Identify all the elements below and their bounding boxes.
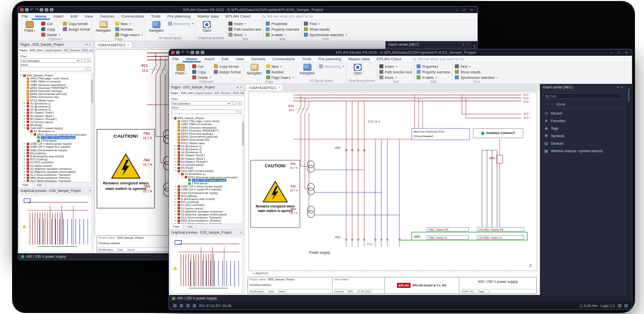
move-button[interactable]: Move▾ bbox=[228, 32, 261, 37]
layout-space-navigator-button[interactable]: Navigator bbox=[147, 21, 166, 32]
open-project-icon[interactable] bbox=[196, 51, 199, 54]
expand-arrow-icon[interactable]: ▸ bbox=[23, 152, 26, 155]
expand-arrow-icon[interactable]: ▸ bbox=[23, 161, 26, 164]
scrollbar-thumb[interactable] bbox=[242, 122, 244, 146]
synchronize-selection-button[interactable]: Synchronize selection▾ bbox=[455, 75, 498, 80]
filter-clear-button[interactable]: × bbox=[237, 101, 242, 106]
expand-arrow-icon[interactable]: ▾ bbox=[23, 127, 26, 130]
tree-item[interactable]: ▸ GL2 (Work workpiece: Transport) bbox=[19, 179, 93, 182]
find-button[interactable]: Find▾ bbox=[304, 21, 347, 26]
tree-scrollbar[interactable] bbox=[242, 116, 244, 224]
tree-list-tab[interactable]: Tree bbox=[18, 182, 33, 187]
property-overview-button[interactable]: Property overview bbox=[417, 69, 450, 74]
expand-arrow-icon[interactable]: ▾ bbox=[171, 117, 173, 120]
eplan-window-foreground[interactable]: ↶ ↷ EPLAN Electric P8 2023 - E:\EPLAN\Da… bbox=[169, 49, 632, 310]
settings-icon[interactable] bbox=[50, 8, 53, 12]
show-results-button[interactable]: Show results bbox=[304, 27, 347, 32]
ribbon-tab[interactable]: Pre-planning bbox=[164, 13, 194, 20]
expand-arrow-icon[interactable]: ▾ bbox=[20, 74, 22, 77]
home-breadcrumb[interactable]: Home bbox=[556, 102, 566, 106]
expand-arrow-icon[interactable]: ▸ bbox=[23, 155, 26, 158]
expand-arrow-icon[interactable]: ▸ bbox=[23, 173, 26, 176]
print-icon[interactable] bbox=[40, 8, 43, 12]
value-browse-button[interactable]: … bbox=[237, 110, 242, 114]
expand-arrow-icon[interactable]: ▸ bbox=[174, 213, 177, 216]
ribbon-tab[interactable]: EPLAN Cloud bbox=[222, 13, 254, 20]
pin-icon[interactable]: ▾ bbox=[236, 85, 238, 89]
paste-button[interactable]: Paste▾ bbox=[21, 21, 39, 33]
print-icon[interactable] bbox=[191, 51, 194, 54]
expand-arrow-icon[interactable]: ▸ bbox=[23, 121, 26, 124]
expand-arrow-icon[interactable]: ▸ bbox=[174, 194, 177, 197]
insert-center-item[interactable]: ❖ Symbols bbox=[540, 132, 625, 140]
ribbon-tab[interactable]: File bbox=[169, 56, 183, 62]
panel-tab[interactable]: Pages - ESS_Sample_P... bbox=[169, 90, 194, 95]
ribbon-tab[interactable]: Connections bbox=[269, 56, 298, 62]
tree-item[interactable]: ▸ GL2 (Work workpiece: Transport) bbox=[170, 222, 244, 224]
ribbon-tab[interactable]: EPLAN Cloud bbox=[373, 56, 405, 62]
tree-list-tab[interactable]: List bbox=[184, 224, 197, 229]
forward-arrow-icon[interactable]: › bbox=[547, 102, 549, 107]
close-icon[interactable]: × bbox=[466, 43, 468, 46]
new-page-button[interactable]: New▾ bbox=[266, 64, 294, 69]
paste-button[interactable]: Paste▾ bbox=[172, 64, 190, 75]
expand-arrow-icon[interactable]: ▸ bbox=[23, 179, 26, 182]
ribbon-tab[interactable]: Devices bbox=[97, 13, 118, 20]
filter-clear-button[interactable]: × bbox=[87, 58, 91, 63]
close-icon[interactable]: × bbox=[240, 231, 242, 234]
window-titlebar[interactable]: ↶ ↷ EPLAN Electric P8 2023 - E:\EPLAN\Da… bbox=[18, 7, 477, 13]
insert-center-search[interactable]: Find bbox=[543, 93, 623, 99]
grid-toggle-icon[interactable] bbox=[173, 304, 177, 307]
expand-arrow-icon[interactable]: ▸ bbox=[174, 151, 177, 154]
properties-button[interactable]: Properties bbox=[266, 21, 299, 26]
page-navigator-button[interactable]: Navigator bbox=[95, 21, 113, 32]
in-table-button[interactable]: In table▾ bbox=[266, 32, 299, 37]
expand-arrow-icon[interactable]: ▸ bbox=[23, 124, 26, 127]
scrollbar-thumb[interactable] bbox=[91, 79, 93, 103]
pin-icon[interactable]: ▾ bbox=[86, 43, 88, 47]
expand-arrow-icon[interactable]: ▸ bbox=[174, 191, 177, 194]
move-button[interactable]: Move▾ bbox=[379, 75, 412, 80]
filter-edit-button[interactable]: … bbox=[232, 101, 236, 106]
minimize-button[interactable]: – bbox=[453, 7, 460, 13]
close-button[interactable]: × bbox=[468, 7, 475, 13]
property-overview-button[interactable]: Property overview bbox=[266, 27, 299, 32]
expand-arrow-icon[interactable]: ▸ bbox=[174, 163, 177, 166]
insert-text-button[interactable]: Insert▾ bbox=[228, 21, 261, 26]
page-macro-button[interactable]: Page macro▾ bbox=[266, 75, 294, 80]
expand-arrow-icon[interactable]: ▸ bbox=[174, 207, 177, 210]
insert-center-item[interactable]: ◈ Tags bbox=[540, 125, 625, 132]
expand-arrow-icon[interactable]: ▾ bbox=[30, 133, 33, 136]
filter-dropdown[interactable]: Not activated ▾ bbox=[171, 101, 231, 106]
expand-arrow-icon[interactable]: ▸ bbox=[174, 222, 177, 224]
close-icon[interactable]: × bbox=[278, 86, 280, 89]
cut-button[interactable]: Cut bbox=[41, 21, 60, 26]
expand-arrow-icon[interactable]: ▸ bbox=[23, 167, 26, 170]
schematic-editor[interactable]: CAUTION! Remains energized when main swi… bbox=[245, 91, 540, 295]
ribbon-tab[interactable]: Master data bbox=[345, 56, 373, 62]
ribbon-tab[interactable]: Insert bbox=[201, 56, 218, 62]
show-results-button[interactable]: Show results bbox=[455, 69, 498, 74]
document-tab[interactable]: =GAA+A1&EFS1/1 × bbox=[95, 41, 132, 48]
find-button[interactable]: Find▾ bbox=[455, 64, 498, 69]
number-button[interactable]: Number bbox=[266, 69, 294, 74]
expand-arrow-icon[interactable]: ▸ bbox=[23, 102, 26, 105]
expand-arrow-icon[interactable]: ▾ bbox=[174, 169, 177, 172]
expand-arrow-icon[interactable]: ▾ bbox=[178, 172, 180, 175]
panel-tab[interactable]: Pages - ESS_Sample_P... bbox=[18, 48, 43, 53]
value-browse-button[interactable]: … bbox=[87, 67, 91, 71]
assign-format-button[interactable]: Assign format bbox=[214, 69, 241, 74]
copy-button[interactable]: Copy bbox=[41, 27, 60, 32]
tree-list-tab[interactable]: Tree bbox=[169, 224, 184, 229]
new-page-button[interactable]: New▾ bbox=[115, 21, 143, 26]
undo-icon[interactable]: ↶ bbox=[181, 51, 185, 54]
save-icon[interactable] bbox=[176, 51, 180, 54]
delete-button[interactable]: Delete▾ bbox=[41, 32, 60, 37]
ribbon-tab[interactable]: View bbox=[232, 56, 248, 62]
expand-arrow-icon[interactable]: ▸ bbox=[23, 176, 26, 179]
measuring-button[interactable]: Measuring▾ bbox=[319, 64, 344, 69]
page-macro-button[interactable]: Page macro▾ bbox=[115, 32, 143, 37]
measuring-button[interactable]: Measuring▾ bbox=[168, 21, 193, 26]
synchronize-selection-button[interactable]: Synchronize selection▾ bbox=[304, 32, 347, 37]
insert-text-button[interactable]: Insert▾ bbox=[379, 64, 412, 69]
